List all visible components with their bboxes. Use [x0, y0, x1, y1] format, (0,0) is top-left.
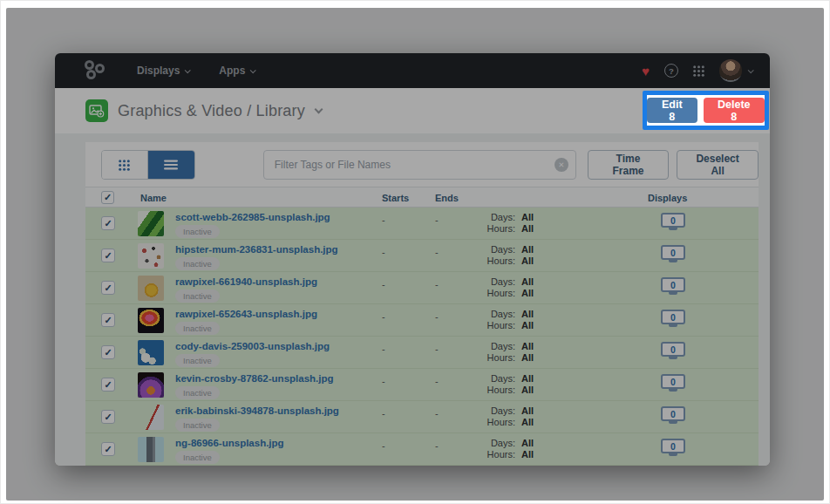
selection-actions-highlight: Edit 8 Delete 8 [643, 91, 769, 130]
edit-selected-button[interactable]: Edit 8 [647, 98, 697, 123]
dim-overlay [6, 8, 824, 501]
delete-selected-button[interactable]: Delete 8 [704, 98, 765, 123]
